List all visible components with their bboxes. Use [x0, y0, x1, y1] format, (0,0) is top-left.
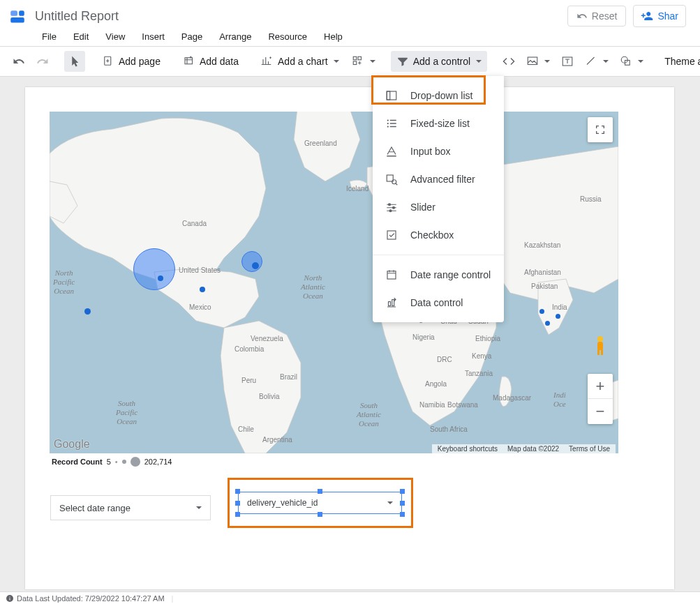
- fixed-list-icon: [385, 117, 398, 130]
- menu-insert[interactable]: Insert: [135, 30, 172, 43]
- map-bubble[interactable]: [241, 251, 262, 272]
- status-bar: Data Last Updated: 7/29/2022 10:47:27 AM…: [0, 591, 700, 604]
- undo-button[interactable]: [8, 51, 29, 72]
- chart-icon: [261, 55, 274, 68]
- report-page: NorthPacificOcean SouthPacificOcean Nort…: [25, 87, 674, 589]
- info-icon: [6, 594, 14, 603]
- svg-point-10: [621, 56, 627, 63]
- line-icon: [585, 55, 597, 68]
- redo-button[interactable]: [32, 51, 53, 72]
- fullscreen-button[interactable]: [588, 117, 613, 142]
- page-plus-icon: [102, 55, 114, 68]
- menu-view[interactable]: View: [98, 30, 132, 43]
- svg-point-21: [387, 126, 389, 127]
- menu-resource[interactable]: Resource: [261, 30, 314, 43]
- zoom-control: + −: [588, 374, 613, 424]
- map-bubble[interactable]: [556, 314, 560, 319]
- map-bubble[interactable]: [539, 309, 544, 314]
- chevron-down-icon: [387, 501, 393, 504]
- image-button[interactable]: [522, 51, 554, 72]
- map-bubble[interactable]: [158, 275, 163, 281]
- theme-layout-button[interactable]: Theme and layout: [659, 52, 700, 71]
- svg-rect-2: [19, 10, 24, 16]
- add-chart-button[interactable]: Add a chart: [255, 51, 345, 72]
- map-bubble[interactable]: [545, 321, 550, 326]
- svg-rect-4: [185, 58, 193, 64]
- map-chart[interactable]: NorthPacificOcean SouthPacificOcean Nort…: [50, 112, 618, 453]
- add-control-button[interactable]: Add a control: [391, 51, 488, 72]
- map-bubble[interactable]: [200, 287, 205, 292]
- data-control-icon: [385, 296, 398, 309]
- filter-icon: [396, 55, 409, 68]
- svg-rect-8: [528, 57, 537, 65]
- map-bubble[interactable]: [84, 308, 91, 315]
- svg-rect-23: [390, 123, 396, 124]
- menu-slider[interactable]: Slider: [373, 193, 504, 221]
- pegman-button[interactable]: [588, 333, 613, 358]
- reset-button[interactable]: Reset: [567, 6, 627, 27]
- svg-rect-16: [601, 349, 603, 355]
- svg-rect-18: [387, 91, 390, 100]
- keyboard-shortcuts-link[interactable]: Keyboard shortcuts: [435, 445, 500, 453]
- map-bubble[interactable]: [133, 248, 175, 290]
- svg-rect-32: [389, 302, 391, 306]
- slider-icon: [385, 201, 398, 213]
- date-range-control[interactable]: Select date range: [50, 495, 211, 520]
- menu-page[interactable]: Page: [174, 30, 209, 43]
- embed-button[interactable]: [498, 51, 519, 72]
- svg-rect-17: [387, 91, 396, 100]
- text-icon: [561, 55, 574, 68]
- chevron-down-icon: [544, 60, 550, 63]
- app-logo: [8, 8, 27, 27]
- svg-rect-7: [353, 61, 357, 65]
- menu-data-control[interactable]: Data control: [373, 289, 504, 317]
- svg-point-13: [597, 336, 603, 342]
- add-data-button[interactable]: Add data: [177, 51, 244, 72]
- share-button[interactable]: Shar: [633, 5, 686, 27]
- svg-rect-22: [390, 120, 396, 121]
- menu-fixed-size-list[interactable]: Fixed-size list: [373, 110, 504, 137]
- calendar-icon: [385, 269, 398, 281]
- map-bubble[interactable]: [252, 262, 259, 269]
- community-viz-button[interactable]: [348, 51, 380, 72]
- select-tool[interactable]: [64, 51, 85, 72]
- shape-button[interactable]: [616, 51, 648, 72]
- menu-separator: [373, 255, 504, 255]
- svg-point-19: [387, 119, 389, 121]
- shape-icon: [620, 55, 632, 68]
- dropdown-list-icon: [385, 89, 398, 102]
- chevron-down-icon: [196, 506, 202, 509]
- canvas[interactable]: NorthPacificOcean SouthPacificOcean Nort…: [0, 77, 700, 591]
- undo-icon: [13, 55, 25, 68]
- zoom-in-button[interactable]: +: [588, 374, 613, 399]
- dropdown-control-selected[interactable]: delivery_vehicle_id: [238, 492, 402, 514]
- menu-help[interactable]: Help: [317, 30, 350, 43]
- add-page-button[interactable]: Add page: [96, 51, 166, 72]
- menu-date-range-control[interactable]: Date range control: [373, 261, 504, 289]
- pegman-icon: [592, 335, 609, 356]
- line-button[interactable]: [581, 51, 613, 72]
- text-button[interactable]: [557, 51, 578, 72]
- menu-dropdown-list[interactable]: Drop-down list: [373, 82, 504, 110]
- svg-point-28: [393, 206, 395, 209]
- menu-input-box[interactable]: Input box: [373, 137, 504, 165]
- chevron-down-icon: [476, 60, 482, 63]
- svg-rect-5: [353, 56, 357, 60]
- world-map: [50, 112, 618, 453]
- terms-link[interactable]: Terms of Use: [566, 445, 613, 453]
- svg-rect-33: [392, 300, 394, 306]
- menu-checkbox[interactable]: Checkbox: [373, 221, 504, 249]
- menu-file[interactable]: File: [35, 30, 64, 43]
- document-title[interactable]: Untitled Report: [35, 9, 119, 24]
- zoom-out-button[interactable]: −: [588, 399, 613, 424]
- menu-arrange[interactable]: Arrange: [212, 30, 258, 43]
- google-logo: Google: [54, 438, 90, 451]
- undo-icon: [576, 10, 588, 22]
- chevron-down-icon: [603, 60, 609, 63]
- checkbox-icon: [385, 229, 398, 241]
- svg-rect-6: [358, 56, 362, 60]
- add-control-menu: Drop-down list Fixed-size list Input box…: [373, 76, 504, 322]
- svg-rect-1: [10, 17, 24, 23]
- menu-advanced-filter[interactable]: Advanced filter: [373, 165, 504, 193]
- menu-edit[interactable]: Edit: [66, 30, 96, 43]
